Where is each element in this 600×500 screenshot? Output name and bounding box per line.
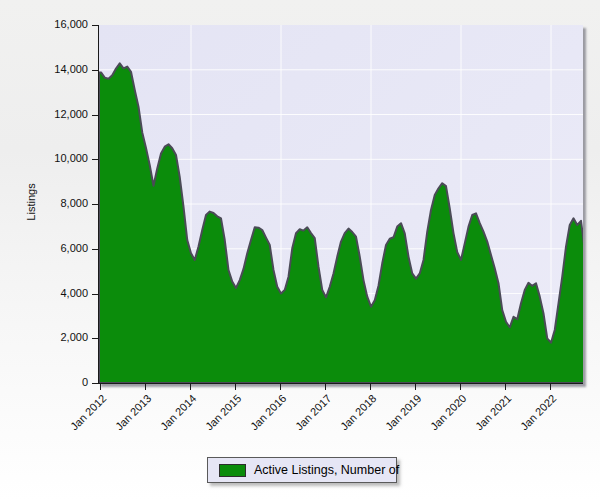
x-axis-label: Jan 2021 xyxy=(464,392,513,441)
x-axis-label: Jan 2012 xyxy=(59,392,108,441)
y-axis-tick xyxy=(92,383,98,384)
x-axis-label: Jan 2020 xyxy=(419,392,468,441)
legend-swatch-green xyxy=(219,464,246,477)
x-axis-tick xyxy=(460,384,461,390)
x-axis-tick xyxy=(145,384,146,390)
legend-label: Active Listings, Number of xyxy=(254,463,399,477)
x-axis-label: Jan 2016 xyxy=(239,392,288,441)
x-axis-tick xyxy=(280,384,281,390)
area-series-svg xyxy=(99,25,583,383)
y-axis-label: 16,000 xyxy=(18,18,88,31)
y-axis-label: 10,000 xyxy=(18,152,88,165)
y-axis-label: 4,000 xyxy=(18,287,88,300)
x-axis-label: Jan 2014 xyxy=(149,392,198,441)
x-axis-label: Jan 2017 xyxy=(284,392,333,441)
x-axis-tick xyxy=(370,384,371,390)
y-axis-tick xyxy=(92,115,98,116)
x-axis-tick xyxy=(190,384,191,390)
x-axis-label: Jan 2015 xyxy=(194,392,243,441)
y-axis-label: 2,000 xyxy=(18,331,88,344)
x-axis-tick xyxy=(325,384,326,390)
y-axis-label: 12,000 xyxy=(18,108,88,121)
y-axis-tick xyxy=(92,338,98,339)
x-axis-label: Jan 2018 xyxy=(329,392,378,441)
x-axis-label: Jan 2019 xyxy=(374,392,423,441)
x-axis-tick xyxy=(100,384,101,390)
y-axis-tick xyxy=(92,25,98,26)
x-axis-label: Jan 2022 xyxy=(509,392,558,441)
y-axis-tick xyxy=(92,70,98,71)
x-axis-tick xyxy=(505,384,506,390)
y-axis-label: 14,000 xyxy=(18,63,88,76)
y-axis-label: 6,000 xyxy=(18,242,88,255)
active-listings-area xyxy=(99,63,583,383)
y-axis-tick xyxy=(92,204,98,205)
x-axis-label: Jan 2013 xyxy=(104,392,153,441)
chart-canvas: Listings Active Listings, Number of 02,0… xyxy=(0,0,600,500)
y-axis-tick xyxy=(92,294,98,295)
y-axis-tick xyxy=(92,249,98,250)
y-axis-tick xyxy=(92,159,98,160)
x-axis-tick xyxy=(550,384,551,390)
x-axis-tick xyxy=(235,384,236,390)
y-axis-label: 8,000 xyxy=(18,197,88,210)
legend-box: Active Listings, Number of xyxy=(207,457,397,483)
y-axis-label: 0 xyxy=(18,376,88,389)
plot-area xyxy=(98,25,583,384)
x-axis-tick xyxy=(415,384,416,390)
